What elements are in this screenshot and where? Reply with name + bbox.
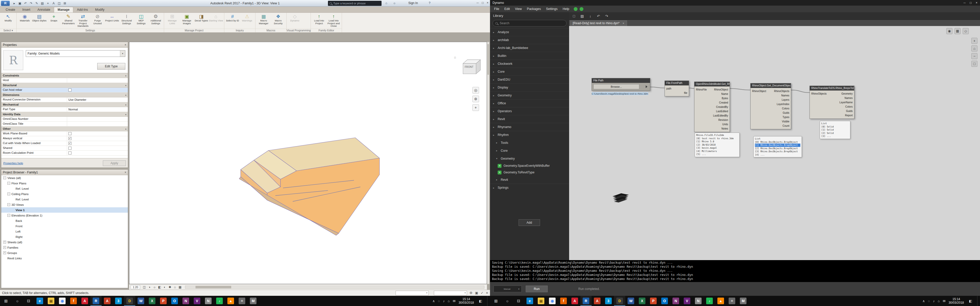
taskbar-app-mail[interactable]: M bbox=[738, 296, 749, 306]
family-type-dropdown[interactable]: Family: Generic Models ▾ bbox=[26, 50, 125, 57]
library-item-builtin[interactable]: ▸Builtin bbox=[490, 52, 569, 60]
section-icon[interactable]: ⊞ bbox=[62, 1, 67, 6]
edit-type-button[interactable]: Edit Type bbox=[97, 63, 125, 70]
ribbon-button-manage-links[interactable]: ⊞Manage Links bbox=[165, 14, 180, 25]
node-preview-bubble[interactable]: List[0] Solid[1] Solid[2] Solid[3] ... bbox=[820, 121, 850, 139]
ribbon-button-load-into-project[interactable]: ↑Load into Project bbox=[312, 14, 326, 25]
feedback-icon[interactable] bbox=[579, 7, 584, 11]
taskbar-app-chrome[interactable]: ◉ bbox=[57, 296, 68, 306]
close-button[interactable]: × bbox=[976, 1, 977, 5]
ribbon-button-snaps[interactable]: ⌖Snaps bbox=[47, 14, 61, 22]
input-port[interactable]: RhinoObjects bbox=[810, 92, 828, 96]
taskbar-app-file-explorer[interactable]: ▣ bbox=[535, 296, 547, 306]
taskbar-app-onenote[interactable]: N bbox=[180, 296, 191, 306]
infocenter-search-box[interactable]: Type a keyword or phrase bbox=[328, 1, 382, 6]
output-port-report[interactable]: Report bbox=[838, 113, 854, 117]
checkbox-room-calculation-point[interactable] bbox=[68, 151, 72, 155]
sign-in-button[interactable]: Sign In bbox=[408, 1, 418, 5]
taskbar-app-3ds-max[interactable]: 3 bbox=[603, 296, 614, 306]
tray-icon[interactable]: ∧ bbox=[432, 299, 435, 303]
prop-row-omniclass-number[interactable]: OmniClass Number bbox=[1, 117, 128, 122]
checkbox-work-plane-based[interactable] bbox=[68, 132, 72, 135]
taskbar-app-excel[interactable]: X bbox=[146, 296, 158, 306]
taskbar-app-firefox[interactable]: f bbox=[558, 296, 569, 306]
browser-item-views-all[interactable]: −Views (all) bbox=[1, 175, 128, 181]
steering-wheel-icon[interactable]: ◎ bbox=[473, 87, 479, 94]
prop-row-round-connector-dimension[interactable]: Round Connector DimensionUse Diameter bbox=[1, 97, 128, 102]
chevron-down-icon[interactable]: ▾ bbox=[120, 51, 125, 57]
browser-item-sheets-all[interactable]: +Sheets (all) bbox=[1, 239, 128, 245]
text-icon[interactable]: A bbox=[51, 1, 56, 6]
workset-dropdown[interactable]: ▾ bbox=[396, 291, 429, 295]
help-icon[interactable]: ? bbox=[429, 1, 431, 5]
ribbon-button-shared-parameters[interactable]: ✎Shared Parameters bbox=[61, 14, 76, 25]
library-item-core[interactable]: ▸Core bbox=[490, 68, 569, 76]
run-button[interactable]: Run bbox=[526, 285, 548, 292]
output-port-revision[interactable]: Revision bbox=[711, 118, 730, 122]
zoom-out-icon[interactable]: − bbox=[971, 53, 977, 59]
input-port[interactable]: RhinoFile bbox=[694, 87, 708, 92]
library-item-core[interactable]: ▸Core bbox=[490, 147, 569, 155]
taskbar-app-3ds-max[interactable]: 3 bbox=[113, 296, 124, 306]
output-port-names[interactable]: Names bbox=[838, 96, 854, 100]
collapse-icon[interactable]: ▴ bbox=[125, 84, 126, 86]
taskbar-app-vlc[interactable]: ▲ bbox=[225, 296, 236, 306]
browser-item-revit-links[interactable]: Revit Links bbox=[1, 255, 128, 261]
library-item-geometry[interactable]: ▸Geometry bbox=[490, 91, 569, 99]
undo-icon[interactable]: ↶ bbox=[596, 13, 601, 19]
prop-row-omniclass-title[interactable]: OmniClass Title bbox=[1, 122, 128, 127]
taskbar-clock[interactable]: 15:14 30/03/2018 bbox=[948, 297, 964, 304]
node-file-path[interactable]: File Path Browse... bbox=[592, 78, 650, 91]
add-node-icon[interactable]: + bbox=[498, 171, 501, 174]
output-port-createdby[interactable]: CreatedBy bbox=[711, 105, 730, 109]
prop-row-work-plane-based[interactable]: Work Plane-Based bbox=[1, 131, 128, 136]
revit-app-menu-button[interactable]: R bbox=[1, 1, 10, 6]
ribbon-button-manage-images[interactable]: ▣Manage Images bbox=[180, 14, 194, 25]
node-graph-canvas[interactable]: File Path Browse... C:\Users\kevin.magal… bbox=[569, 26, 980, 260]
exchange-apps-icon[interactable]: ⌂ bbox=[385, 1, 387, 5]
taskbar-app-revit[interactable]: R bbox=[580, 296, 592, 306]
tree-expander-icon[interactable]: − bbox=[7, 182, 10, 185]
sun-path-icon[interactable]: ☼ bbox=[152, 285, 157, 289]
show-desktop-button[interactable] bbox=[977, 296, 979, 306]
ribbon-tab-manage[interactable]: Manage bbox=[54, 7, 73, 13]
library-item-geometry-spaceevenlywithbuffer[interactable]: +Geometry.SpaceEvenlyWithBuffer bbox=[490, 162, 569, 169]
prop-row-can-host-rebar[interactable]: Can host rebar bbox=[1, 88, 128, 93]
taskbar-app-task-view[interactable]: ⊟ bbox=[23, 296, 34, 306]
output-port-guids[interactable]: Guids bbox=[838, 109, 854, 113]
taskbar-app-calculator[interactable]: = bbox=[236, 296, 248, 306]
taskbar-app-notepad[interactable]: N bbox=[203, 296, 214, 306]
output-port-types[interactable]: Types bbox=[773, 115, 791, 119]
library-item-office[interactable]: ▸Office bbox=[490, 99, 569, 107]
prop-group-constraints[interactable]: Constraints▴ bbox=[1, 73, 128, 78]
drawing-area[interactable]: ⌂ FRONT ◎ ⊕ ⌖ bbox=[129, 42, 487, 284]
checkbox-always-vertical[interactable]: ✓ bbox=[68, 137, 72, 140]
output-port-names[interactable]: Names bbox=[773, 94, 791, 98]
prop-row-cut-with-voids-when-loaded[interactable]: Cut with Voids When Loaded✓ bbox=[1, 141, 128, 146]
properties-help-link[interactable]: Properties help bbox=[3, 162, 23, 165]
export-image-icon[interactable]: ◉ bbox=[946, 28, 953, 34]
ribbon-tab-create[interactable]: Create bbox=[2, 7, 19, 13]
rendering-icon[interactable]: ✺ bbox=[167, 285, 172, 289]
tree-expander-icon[interactable]: + bbox=[3, 241, 6, 244]
tray-icon[interactable]: ♪ bbox=[443, 299, 445, 303]
tree-expander-icon[interactable]: − bbox=[7, 214, 10, 217]
ribbon-button-materials[interactable]: ◉Materials bbox=[18, 14, 32, 22]
minimize-button[interactable]: ─ bbox=[963, 1, 966, 5]
library-item-tools[interactable]: ▸Tools bbox=[490, 139, 569, 147]
design-option-dropdown[interactable]: ▾ bbox=[434, 291, 467, 295]
tree-expander-icon[interactable]: − bbox=[7, 192, 10, 195]
tray-icon[interactable]: ✉ bbox=[943, 299, 945, 303]
zoom-icon[interactable]: ⊕ bbox=[473, 96, 479, 102]
menu-help[interactable]: Help bbox=[560, 6, 572, 12]
library-item-springs[interactable]: ▸Springs bbox=[490, 184, 569, 192]
notification-icon[interactable] bbox=[574, 7, 578, 11]
undo-icon[interactable]: ↶ bbox=[23, 1, 28, 6]
close-button[interactable]: × bbox=[487, 1, 488, 5]
redo-icon[interactable]: ↷ bbox=[29, 1, 34, 6]
library-item-display[interactable]: ▸Display bbox=[490, 83, 569, 91]
home-icon[interactable]: ⌂ bbox=[454, 55, 456, 59]
ribbon-button-macro-security[interactable]: ❖Macro Security bbox=[271, 14, 285, 25]
collapse-icon[interactable]: ▴ bbox=[125, 128, 126, 130]
node-rhinoobject-documentobjects[interactable]: RhinoObject.Get_DocumentObjects RhinoObj… bbox=[750, 83, 791, 129]
